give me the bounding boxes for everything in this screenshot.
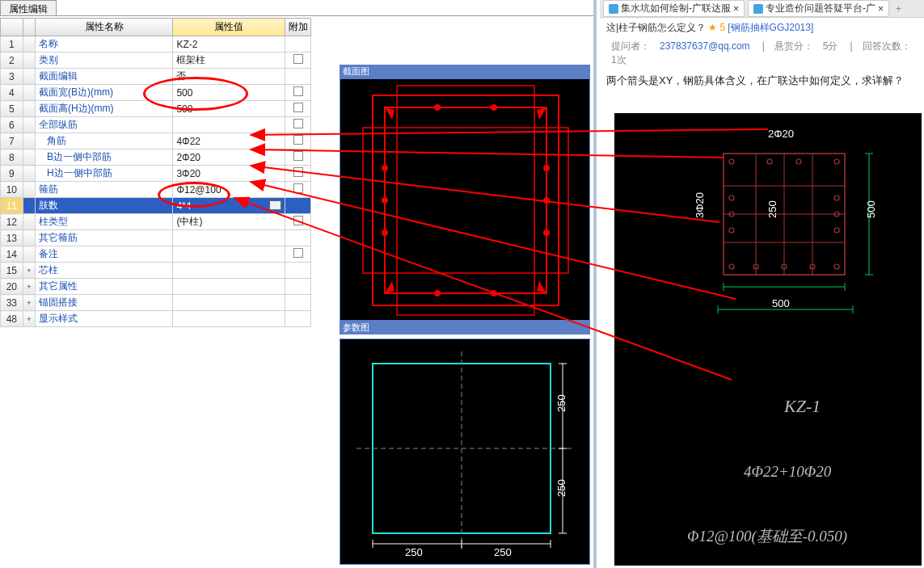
- checkbox-icon[interactable]: [293, 167, 303, 177]
- svg-text:250: 250: [405, 546, 423, 558]
- property-row[interactable]: 2类别框架柱: [1, 53, 311, 69]
- svg-point-37: [767, 159, 772, 164]
- svg-point-6: [434, 290, 441, 297]
- category-link[interactable]: [钢筋抽样GGJ2013]: [728, 22, 813, 33]
- extra-checkbox-cell[interactable]: [285, 198, 311, 214]
- extra-checkbox-cell[interactable]: [285, 295, 311, 311]
- property-row[interactable]: 20+其它属性: [1, 279, 311, 295]
- expand-toggle[interactable]: +: [23, 263, 35, 279]
- extra-checkbox-cell[interactable]: [285, 133, 311, 149]
- checkbox-icon[interactable]: [293, 86, 303, 96]
- svg-point-7: [491, 290, 497, 297]
- expand-toggle: [23, 101, 35, 117]
- extra-checkbox-cell[interactable]: [285, 36, 311, 53]
- property-value[interactable]: [173, 279, 285, 295]
- tab-property-edit[interactable]: 属性编辑: [0, 0, 57, 15]
- row-number: 4: [1, 85, 23, 101]
- row-number: 33: [1, 295, 23, 311]
- checkbox-icon[interactable]: [293, 216, 303, 225]
- checkbox-icon[interactable]: [293, 183, 303, 193]
- svg-point-47: [729, 228, 734, 233]
- checkbox-icon[interactable]: [293, 248, 303, 258]
- property-name: 角筋: [35, 133, 173, 149]
- property-row[interactable]: 8B边一侧中部筋2Φ20: [1, 149, 311, 166]
- expand-toggle: [23, 133, 35, 149]
- property-value[interactable]: 框架柱: [173, 53, 285, 69]
- checkbox-icon[interactable]: [293, 119, 303, 128]
- extra-checkbox-cell[interactable]: [285, 69, 311, 85]
- property-value[interactable]: [173, 117, 285, 133]
- extra-checkbox-cell[interactable]: [285, 53, 311, 69]
- svg-point-11: [543, 165, 550, 171]
- property-value[interactable]: 3Φ20: [173, 166, 285, 182]
- extra-checkbox-cell[interactable]: [285, 101, 311, 117]
- property-row[interactable]: 10箍筋Φ12@100: [1, 182, 311, 198]
- property-value[interactable]: [173, 295, 285, 311]
- property-value[interactable]: (中柱): [173, 214, 285, 230]
- property-value[interactable]: [173, 263, 285, 279]
- property-row[interactable]: 12柱类型(中柱): [1, 214, 311, 230]
- extra-checkbox-cell[interactable]: [285, 214, 311, 230]
- property-value[interactable]: 2Φ20: [173, 149, 285, 166]
- checkbox-icon[interactable]: [293, 151, 303, 161]
- property-name: 类别: [35, 53, 173, 69]
- close-icon[interactable]: ×: [878, 3, 884, 15]
- row-number: 2: [1, 53, 23, 69]
- property-row[interactable]: 6全部纵筋: [1, 117, 311, 133]
- property-value[interactable]: 4Φ22: [173, 133, 285, 149]
- row-number: 13: [1, 230, 23, 246]
- svg-point-12: [543, 197, 550, 204]
- extra-checkbox-cell[interactable]: [285, 117, 311, 133]
- svg-point-40: [729, 264, 734, 269]
- expand-toggle[interactable]: +: [23, 295, 35, 311]
- close-icon[interactable]: ×: [733, 3, 739, 15]
- svg-text:500: 500: [865, 200, 877, 218]
- property-value[interactable]: [173, 311, 285, 327]
- checkbox-icon[interactable]: [293, 54, 303, 64]
- extra-checkbox-cell[interactable]: [285, 166, 311, 182]
- diagram1-title: 截面图: [340, 65, 590, 78]
- property-value[interactable]: [173, 230, 285, 246]
- expand-toggle[interactable]: +: [23, 279, 35, 295]
- property-row[interactable]: 7角筋4Φ22: [1, 133, 311, 149]
- svg-text:250: 250: [555, 479, 567, 497]
- property-row[interactable]: 11肢数4*4…: [1, 198, 311, 214]
- property-row[interactable]: 15+芯柱: [1, 263, 311, 279]
- property-name: 显示样式: [35, 311, 173, 327]
- extra-checkbox-cell[interactable]: [285, 263, 311, 279]
- expand-toggle[interactable]: +: [23, 311, 35, 327]
- property-row[interactable]: 1名称KZ-2: [1, 36, 311, 53]
- property-row[interactable]: 48+显示样式: [1, 311, 311, 327]
- checkbox-icon[interactable]: [293, 103, 303, 112]
- extra-checkbox-cell[interactable]: [285, 230, 311, 246]
- svg-text:2Φ20: 2Φ20: [768, 128, 794, 140]
- svg-point-10: [382, 229, 388, 236]
- property-row[interactable]: 14备注: [1, 246, 311, 263]
- svg-point-13: [543, 229, 550, 236]
- expand-toggle: [23, 182, 35, 198]
- row-number: 8: [1, 149, 23, 166]
- row-number: 12: [1, 214, 23, 230]
- extra-checkbox-cell[interactable]: [285, 149, 311, 166]
- property-row[interactable]: 13其它箍筋: [1, 230, 311, 246]
- svg-text:250: 250: [494, 546, 512, 558]
- col-expand: [23, 19, 35, 36]
- more-button[interactable]: …: [269, 200, 281, 210]
- annotation-ellipse: [158, 182, 230, 208]
- new-tab-button[interactable]: +: [892, 3, 905, 15]
- property-value[interactable]: [173, 246, 285, 263]
- property-name: 芯柱: [35, 263, 173, 279]
- browser-tab-1[interactable]: 集水坑如何绘制-广联达服×: [603, 0, 745, 17]
- property-row[interactable]: 33+锚固搭接: [1, 295, 311, 311]
- property-row[interactable]: 9H边一侧中部筋3Φ20: [1, 166, 311, 182]
- expand-toggle: [23, 230, 35, 246]
- browser-tab-2[interactable]: 专业造价问题答疑平台-广×: [748, 0, 889, 17]
- property-value[interactable]: KZ-2: [173, 36, 285, 53]
- extra-checkbox-cell[interactable]: [285, 246, 311, 263]
- row-number: 14: [1, 246, 23, 263]
- extra-checkbox-cell[interactable]: [285, 311, 311, 327]
- extra-checkbox-cell[interactable]: [285, 85, 311, 101]
- extra-checkbox-cell[interactable]: [285, 279, 311, 295]
- extra-checkbox-cell[interactable]: [285, 182, 311, 198]
- checkbox-icon[interactable]: [293, 135, 303, 145]
